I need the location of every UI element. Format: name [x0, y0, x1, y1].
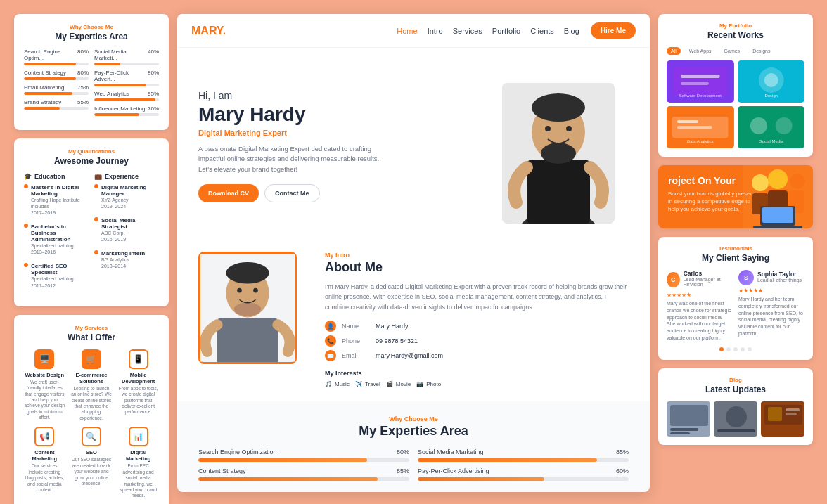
hero-description: A passionate Digital Marketing Expert de…: [198, 144, 381, 174]
skills-grid: Search Engine Optim... 80% Content Strat…: [24, 49, 159, 120]
testimonial-role-2: Lead all other things: [757, 278, 802, 283]
svg-point-5: [541, 143, 576, 164]
nav-item-clients[interactable]: Clients: [530, 27, 554, 35]
right-panel: My Portfolio Recent Works All Web Apps G…: [658, 14, 813, 445]
team-illustration: [743, 165, 813, 228]
dot-4[interactable]: [741, 347, 745, 351]
person-silhouette: [502, 83, 615, 224]
filter-tabs[interactable]: All Web Apps Games Designs: [667, 47, 804, 55]
about-subtitle: My Intro: [325, 252, 629, 259]
work-thumb-2[interactable]: Design: [738, 60, 805, 103]
skill-label: Email Marketing: [24, 84, 64, 91]
dot-3[interactable]: [733, 347, 738, 351]
work-thumb-1[interactable]: Software Development: [667, 60, 734, 103]
expertise-skill: Social Media Marketing 85%: [418, 448, 629, 462]
name-label: Name: [342, 323, 370, 330]
nav-link-intro[interactable]: Intro: [428, 27, 443, 35]
nav-link-portfolio[interactable]: Portfolio: [492, 27, 520, 35]
updates-title: Latest Updates: [667, 385, 804, 394]
svg-point-30: [750, 117, 767, 134]
contact-me-button[interactable]: Contact Me: [264, 184, 320, 202]
service-item: 📢 Content Marketing Our services include…: [24, 427, 65, 499]
timeline-dot: [94, 217, 98, 221]
nav-item-blog[interactable]: Blog: [564, 27, 579, 35]
skill-row: Influencer Marketing 70%: [94, 105, 159, 116]
service-item: 🛒 E-commerce Solutions Looking to launch…: [71, 349, 113, 422]
skill-pct: 80%: [397, 448, 409, 455]
about-section: My Intro About Me I'm Mary Hardy, a dedi…: [177, 238, 650, 401]
filter-all[interactable]: All: [667, 47, 681, 55]
svg-rect-53: [786, 413, 797, 415]
filter-games[interactable]: Games: [720, 47, 745, 55]
nav-item-home[interactable]: Home: [397, 27, 417, 35]
contact-info: 👤 Name Mary Hardy 📞 Phone 09 9878 54321 …: [325, 321, 629, 361]
nav-link-services[interactable]: Services: [453, 27, 482, 35]
service-desc: From apps to tools, we create digital pl…: [117, 386, 159, 415]
nav-item-services[interactable]: Services: [453, 27, 482, 35]
hero-person-photo: [502, 83, 615, 224]
interest-travel: ✈️ Travel: [355, 381, 380, 387]
work-thumb-3[interactable]: Data Analytics: [667, 106, 734, 148]
update-thumb-2[interactable]: [714, 401, 757, 437]
svg-rect-40: [762, 207, 793, 223]
about-content: My Intro About Me I'm Mary Hardy, a dedi…: [325, 252, 629, 387]
filter-webapps[interactable]: Web Apps: [685, 47, 716, 55]
rw-title: Recent Works: [667, 30, 804, 40]
nav-item-portfolio[interactable]: Portfolio: [492, 27, 520, 35]
svg-rect-26: [677, 120, 698, 123]
svg-point-14: [253, 288, 258, 293]
music-label: Music: [335, 381, 350, 387]
nav-link-home[interactable]: Home: [397, 27, 417, 35]
nav-link-blog[interactable]: Blog: [564, 27, 579, 35]
download-cv-button[interactable]: Download CV: [198, 184, 259, 202]
filter-designs[interactable]: Designs: [748, 47, 774, 55]
skill-percent: 75%: [77, 84, 89, 91]
services-subtitle: My Services: [24, 325, 159, 331]
service-item: 📊 Digital Marketing From PPC advertising…: [117, 427, 159, 499]
journey-item: Certified SEO Specialist Specialized tra…: [24, 263, 89, 292]
hire-me-button[interactable]: Hire Me: [591, 22, 636, 39]
hero-name: Mary Hardy: [198, 104, 488, 126]
testimonial-avatar-2: S: [738, 270, 754, 285]
dot-5[interactable]: [748, 347, 752, 351]
testimonial-text-1: Mary was one of the finest brands we cho…: [667, 300, 733, 342]
testimonial-role-1: Lead Manager at HirVision: [684, 277, 733, 287]
services-grid: 🖥️ Website Design We craft user-friendly…: [24, 349, 159, 499]
service-label: Digital Marketing: [117, 449, 159, 462]
website-design-icon: 🖥️: [34, 349, 54, 369]
svg-text:Design: Design: [764, 93, 778, 98]
contact-email-row: ✉️ Email mary.Hardy@gmail.com: [325, 350, 629, 361]
timeline-dot: [94, 250, 98, 254]
skill-label: Brand Strategy: [24, 99, 61, 105]
work-img-4: Social Media: [738, 106, 805, 148]
right-recent-works-card: My Portfolio Recent Works All Web Apps G…: [658, 14, 813, 157]
journey-item: Bachelor's in Business Administration Sp…: [24, 224, 89, 259]
stars-2: ★★★★★: [738, 287, 804, 294]
update-thumb-3[interactable]: [761, 401, 804, 437]
service-desc: From PPC advertising and social media ma…: [117, 463, 159, 499]
hero-buttons: Download CV Contact Me: [198, 184, 488, 202]
nav-item-intro[interactable]: Intro: [428, 27, 443, 35]
expertise-right: Social Media Marketing 85% Pay-Per-Click…: [418, 448, 629, 486]
skills-left: Search Engine Optim... 80% Content Strat…: [24, 49, 89, 120]
svg-point-6: [545, 126, 551, 131]
ecommerce-icon: 🛒: [82, 349, 101, 369]
skill-percent: 80%: [77, 49, 89, 61]
skill-name: Search Engine Optimization: [198, 448, 277, 455]
experience-icon: 💼: [94, 173, 102, 180]
email-value: mary.Hardy@gmail.com: [376, 352, 443, 359]
work-img-3: Data Analytics: [667, 106, 734, 148]
timeline-dot: [24, 263, 28, 267]
travel-icon: ✈️: [355, 381, 362, 387]
dot-1[interactable]: [719, 347, 724, 351]
update-thumb-1[interactable]: [667, 401, 710, 437]
about-photo: [198, 252, 297, 364]
work-thumb-4[interactable]: Social Media: [738, 106, 805, 148]
navbar: MARY. Home Intro Services Portfolio Clie…: [177, 14, 650, 48]
stars-1: ★★★★★: [667, 292, 733, 298]
service-label: E-commerce Solutions: [71, 372, 113, 385]
svg-point-35: [768, 169, 788, 189]
svg-rect-9: [217, 318, 278, 362]
nav-link-clients[interactable]: Clients: [530, 27, 554, 35]
dot-2[interactable]: [726, 347, 731, 351]
